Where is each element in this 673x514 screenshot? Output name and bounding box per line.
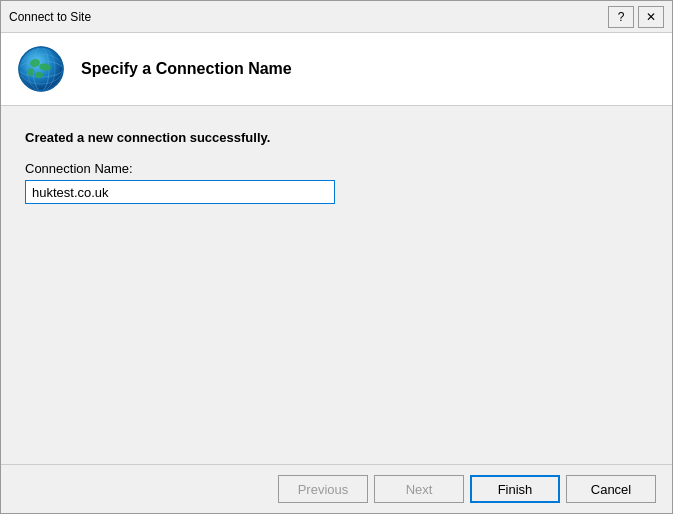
success-message: Created a new connection successfully. bbox=[25, 130, 648, 145]
dialog-window: Connect to Site ? ✕ bbox=[0, 0, 673, 514]
title-bar-title: Connect to Site bbox=[9, 10, 91, 24]
help-button[interactable]: ? bbox=[608, 6, 634, 28]
header-title: Specify a Connection Name bbox=[81, 60, 292, 78]
connection-name-label: Connection Name: bbox=[25, 161, 648, 176]
title-bar-left: Connect to Site bbox=[9, 10, 91, 24]
cancel-button[interactable]: Cancel bbox=[566, 475, 656, 503]
finish-button[interactable]: Finish bbox=[470, 475, 560, 503]
title-bar: Connect to Site ? ✕ bbox=[1, 1, 672, 33]
content-area: Created a new connection successfully. C… bbox=[1, 106, 672, 464]
title-bar-right: ? ✕ bbox=[608, 6, 664, 28]
close-button[interactable]: ✕ bbox=[638, 6, 664, 28]
footer-panel: Previous Next Finish Cancel bbox=[1, 464, 672, 513]
connection-name-input[interactable] bbox=[25, 180, 335, 204]
globe-icon bbox=[17, 45, 65, 93]
next-button[interactable]: Next bbox=[374, 475, 464, 503]
previous-button[interactable]: Previous bbox=[278, 475, 368, 503]
header-panel: Specify a Connection Name bbox=[1, 33, 672, 106]
